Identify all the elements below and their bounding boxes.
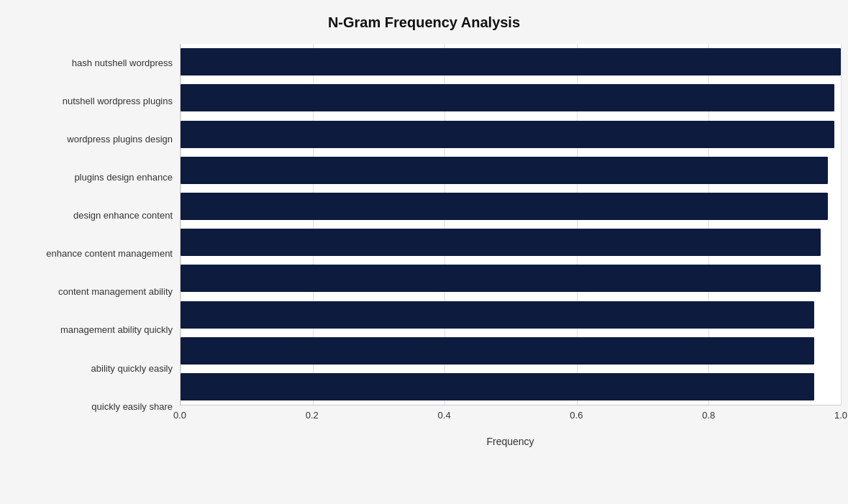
bar <box>181 84 834 111</box>
y-label: nutshell wordpress plugins <box>63 82 173 120</box>
bar <box>181 121 834 148</box>
bar <box>181 193 828 220</box>
bar-row <box>181 369 841 405</box>
bar-row <box>181 152 841 188</box>
y-axis-labels: hash nutshell wordpressnutshell wordpres… <box>7 44 180 447</box>
grid-line <box>841 44 842 405</box>
y-label: content management ability <box>58 273 173 311</box>
x-tick-label: 1.0 <box>834 410 847 421</box>
x-tick-label: 0.4 <box>438 410 451 421</box>
x-axis-title: Frequency <box>180 436 841 447</box>
y-label: wordpress plugins design <box>67 120 173 158</box>
y-label: management ability quickly <box>60 311 173 349</box>
bar <box>181 157 828 184</box>
x-tick-label: 0.6 <box>570 410 583 421</box>
bar-row <box>181 80 841 116</box>
bar-row <box>181 333 841 369</box>
bar <box>181 48 841 75</box>
chart-area: hash nutshell wordpressnutshell wordpres… <box>7 44 841 447</box>
x-tick-label: 0.8 <box>702 410 715 421</box>
bar-row <box>181 116 841 152</box>
bars-and-x: 0.00.20.40.60.81.0 Frequency <box>180 44 841 447</box>
y-label: enhance content management <box>46 234 173 272</box>
y-label: quickly easily share <box>91 388 173 426</box>
y-label: ability quickly easily <box>91 349 173 388</box>
x-axis-labels: 0.00.20.40.60.81.0 <box>180 406 841 434</box>
bar <box>181 265 821 292</box>
bar <box>181 337 814 365</box>
bars-section <box>180 44 841 406</box>
y-label: hash nutshell wordpress <box>72 44 173 82</box>
x-tick-label: 0.2 <box>306 410 319 421</box>
bar-row <box>181 188 841 224</box>
bar-row <box>181 260 841 296</box>
bar-row <box>181 44 841 80</box>
bar <box>181 373 814 400</box>
chart-title: N-Gram Frequency Analysis <box>7 14 841 31</box>
bar <box>181 229 821 256</box>
y-label: design enhance content <box>73 196 173 234</box>
y-label: plugins design enhance <box>74 158 173 196</box>
x-tick-label: 0.0 <box>173 410 186 421</box>
bar-row <box>181 224 841 260</box>
bar-row <box>181 296 841 332</box>
chart-container: N-Gram Frequency Analysis hash nutshell … <box>0 0 848 504</box>
bar <box>181 301 814 329</box>
